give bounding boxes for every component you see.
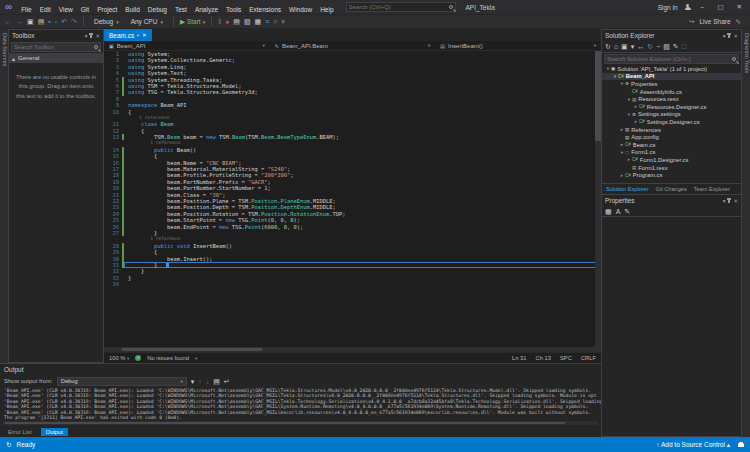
eol-indicator[interactable]: CRLF: [581, 355, 596, 361]
comment-icon[interactable]: ≡: [265, 18, 269, 25]
menu-file[interactable]: File: [17, 6, 35, 13]
close-icon[interactable]: ✕: [733, 198, 738, 204]
start-debugging-button[interactable]: ▶ Start ▾: [180, 18, 205, 26]
tree-item[interactable]: ▾▢Form1.cs: [602, 149, 741, 157]
toolbox-search-box[interactable]: [11, 42, 101, 52]
menu-analyze[interactable]: Analyze: [191, 6, 222, 13]
autohide-tab-data-sources[interactable]: Data Sources: [0, 29, 8, 363]
scrollbar-thumb[interactable]: [122, 348, 262, 351]
output-source-dropdown[interactable]: Debug ▾: [57, 377, 187, 386]
line-indicator[interactable]: Ln 31: [512, 355, 527, 361]
tree-item[interactable]: ▸C#Resources.Designer.cs: [602, 103, 741, 111]
navigate-back-icon[interactable]: ←: [5, 18, 12, 25]
home-icon[interactable]: ⌂: [614, 43, 618, 50]
command-window-icon[interactable]: ▧: [244, 18, 251, 25]
minimize-button[interactable]: −: [698, 4, 708, 11]
tree-item[interactable]: ▾C#Beam_API: [602, 73, 741, 81]
menu-debug[interactable]: Debug: [144, 6, 171, 13]
save-all-icon[interactable]: ▫: [55, 18, 57, 25]
solution-platform-dropdown[interactable]: Any CPU▾: [127, 17, 167, 26]
chevron-down-icon[interactable]: ▾: [723, 198, 726, 204]
word-wrap-icon[interactable]: ↵: [224, 378, 230, 385]
tree-item[interactable]: ▸C#Program.cs: [602, 171, 741, 179]
break-all-icon[interactable]: ‖: [218, 18, 221, 25]
tree-item[interactable]: ▤Form1.resx: [602, 164, 741, 172]
breadcrumb-member-dropdown[interactable]: ▤ InsertBeam() ▾: [435, 41, 601, 50]
alphabetical-icon[interactable]: A: [616, 208, 621, 215]
properties-icon[interactable]: ✎: [673, 43, 679, 50]
tree-item[interactable]: ▾⚙Properties: [602, 80, 741, 88]
redo-icon[interactable]: ↷: [71, 18, 77, 25]
bottom-tab-output[interactable]: Output: [41, 428, 68, 436]
tree-item[interactable]: ▤App.config: [602, 133, 741, 141]
panel-tab-team-explorer[interactable]: Team Explorer: [694, 186, 730, 192]
refresh-icon[interactable]: ↻: [647, 43, 653, 50]
save-icon[interactable]: ▪: [48, 18, 50, 25]
close-button[interactable]: ✕: [734, 3, 745, 11]
navigate-forward-icon[interactable]: →: [16, 18, 23, 25]
output-log[interactable]: 'Beam_API.exe' (CLR v4.0.30319: Beam_API…: [0, 387, 601, 420]
autohide-tab-diagnostic-tools[interactable]: Diagnostic Tools: [742, 29, 750, 437]
clear-all-icon[interactable]: ▤: [213, 378, 220, 385]
menu-git[interactable]: Git: [77, 6, 93, 13]
quick-search-input[interactable]: [349, 4, 449, 10]
pin-icon[interactable]: [728, 198, 730, 203]
menu-view[interactable]: View: [55, 6, 77, 13]
tree-item[interactable]: ▾▤Resources.resx: [602, 95, 741, 103]
line-number[interactable]: 34: [104, 281, 122, 287]
add-to-source-control-button[interactable]: ↑ Add to Source Control ▴: [656, 441, 730, 449]
watch-window-icon[interactable]: ▦: [255, 18, 262, 25]
document-tab-beam-cs[interactable]: Beam.cs ▪ ✕: [104, 29, 152, 41]
collapse-all-icon[interactable]: −: [656, 43, 660, 50]
tree-item[interactable]: ▸C#Beam.cs: [602, 141, 741, 149]
breadcrumb-project-dropdown[interactable]: ▣ Beam_API ▾: [104, 41, 270, 50]
panel-tab-solution-explorer[interactable]: Solution Explorer: [606, 186, 649, 192]
menu-build[interactable]: Build: [121, 6, 143, 13]
undo-icon[interactable]: ↶: [61, 18, 67, 25]
solution-configuration-dropdown[interactable]: Debug▾: [90, 17, 123, 26]
solution-explorer-search-input[interactable]: [607, 56, 732, 62]
tree-item[interactable]: ▸C#Settings.Designer.cs: [602, 118, 741, 126]
switch-views-icon[interactable]: ▣: [621, 43, 628, 50]
user-avatar-icon[interactable]: [685, 4, 691, 10]
code-editor[interactable]: 1using System;2using System.Collections.…: [104, 51, 601, 347]
indent-indicator[interactable]: SPC: [560, 355, 572, 361]
tree-item[interactable]: ▸▤References: [602, 126, 741, 134]
column-indicator[interactable]: Ch 13: [535, 355, 550, 361]
scrollbar-thumb[interactable]: [5, 422, 565, 424]
menu-test[interactable]: Test: [171, 6, 191, 13]
solution-explorer-search-box[interactable]: [604, 54, 739, 64]
bottom-tab-error-list[interactable]: Error List: [3, 428, 37, 436]
tree-item[interactable]: ▾⚙Settings.settings: [602, 111, 741, 119]
menu-window[interactable]: Window: [285, 6, 316, 13]
toolbox-group-general[interactable]: ▴ General: [9, 53, 103, 63]
panel-tab-git-changes[interactable]: Git Changes: [656, 186, 687, 192]
bookmark-icon[interactable]: ▾: [281, 18, 285, 25]
chevron-down-icon[interactable]: ▾: [723, 33, 726, 39]
tree-item[interactable]: C#AssemblyInfo.cs: [602, 88, 741, 96]
pin-icon[interactable]: [728, 33, 730, 38]
close-icon[interactable]: ✕: [733, 33, 738, 39]
live-share-button[interactable]: Live Share: [699, 18, 730, 25]
menu-help[interactable]: Help: [316, 6, 337, 13]
goto-next-message-icon[interactable]: ↓: [206, 378, 210, 385]
property-pages-icon[interactable]: ✎: [624, 208, 630, 215]
issues-status[interactable]: No issues found: [147, 355, 189, 361]
sign-in-link[interactable]: Sign in: [658, 4, 678, 11]
background-tasks-icon[interactable]: ↻: [6, 441, 11, 449]
send-feedback-icon[interactable]: ✎: [736, 18, 741, 26]
toolbox-search-input[interactable]: [14, 44, 94, 50]
notifications-bell-icon[interactable]: [738, 442, 744, 447]
pending-changes-filter-icon[interactable]: ▾: [631, 43, 635, 50]
open-file-icon[interactable]: ▤: [38, 18, 45, 25]
show-all-files-icon[interactable]: ▧: [663, 43, 670, 50]
categorized-icon[interactable]: ▦: [605, 208, 612, 215]
quick-search-box[interactable]: [346, 2, 456, 12]
breakpoints-window-icon[interactable]: ●: [225, 18, 229, 25]
uncomment-icon[interactable]: ≡: [273, 18, 277, 25]
menu-project[interactable]: Project: [93, 6, 121, 13]
menu-extensions[interactable]: Extensions: [245, 6, 285, 13]
output-horizontal-scrollbar[interactable]: [3, 421, 598, 425]
find-message-icon[interactable]: ▾: [191, 378, 195, 385]
code-line[interactable]: 34: [104, 281, 601, 287]
